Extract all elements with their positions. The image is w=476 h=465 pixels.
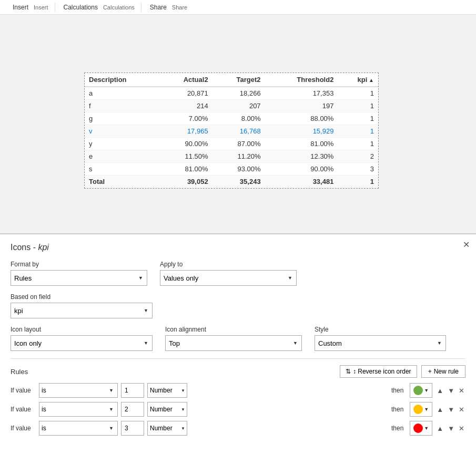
insert-label: Insert — [34, 4, 48, 11]
based-on-row: Based on field kpi — [11, 293, 465, 318]
type-select-0[interactable]: Number Percent Percentile — [147, 383, 187, 398]
based-on-group: Based on field kpi — [11, 293, 153, 318]
cell-actual2: 20,871 — [159, 87, 212, 100]
format-by-label: Format by — [11, 261, 147, 268]
toolbar-group-share: Share Share — [141, 3, 194, 12]
col-target2[interactable]: Target2 — [212, 73, 265, 87]
col-actual2[interactable]: Actual2 — [159, 73, 212, 87]
then-label-0: then — [190, 387, 407, 394]
col-kpi[interactable]: kpi — [338, 73, 378, 87]
style-group: Style Custom Traffic lights Arrows — [315, 326, 446, 351]
move-up-button-2[interactable]: ▲ — [436, 423, 444, 433]
if-label-1: If value — [11, 406, 36, 413]
cell-threshold2: 197 — [265, 100, 338, 112]
table-row: e11.50%11.20%12.30%2 — [85, 150, 378, 163]
rules-container: If value is is greater than is less than… — [11, 383, 465, 436]
rules-header: Rules ⇅ ↕ Reverse icon order + New rule — [11, 365, 465, 378]
condition-wrapper-0: is is greater than is less than — [39, 383, 118, 398]
based-on-label: Based on field — [11, 293, 153, 301]
color-dot-0 — [413, 386, 423, 395]
panel-title: Icons - kpi — [11, 243, 465, 252]
toolbar-group-insert: Insert Insert — [4, 3, 55, 12]
value-input-0[interactable] — [121, 383, 144, 398]
condition-select-2[interactable]: is is greater than is less than — [39, 421, 118, 436]
cell-target2: 93.00% — [212, 163, 265, 175]
share-button[interactable]: Share — [148, 3, 169, 12]
cell-threshold2: 81.00% — [265, 138, 338, 150]
rule-row-0: If value is is greater than is less than… — [11, 383, 465, 398]
color-dot-2 — [413, 423, 423, 433]
icon-layout-label: Icon layout — [11, 326, 153, 333]
icon-layout-select[interactable]: Icon only Data only Icon and data — [11, 335, 153, 351]
apply-to-select[interactable]: Values only Icons only Values and icons — [160, 270, 297, 286]
move-down-button-2[interactable]: ▼ — [447, 423, 455, 433]
col-threshold2[interactable]: Threshold2 — [265, 73, 338, 87]
cell-kpi: 1 — [338, 125, 378, 138]
divider — [11, 358, 465, 359]
calculations-label: Calculations — [103, 4, 135, 11]
format-by-group: Format by Rules Gradient — [11, 261, 147, 286]
delete-rule-button-2[interactable]: ✕ — [458, 423, 465, 433]
cell-target2: 16,768 — [212, 125, 265, 138]
delete-rule-button-1[interactable]: ✕ — [458, 405, 465, 415]
format-apply-row: Format by Rules Gradient Apply to Values… — [11, 261, 465, 286]
color-button-0[interactable]: ▼ — [410, 383, 432, 398]
move-down-button-0[interactable]: ▼ — [447, 386, 455, 396]
panel-title-italic: kpi — [38, 243, 48, 252]
move-up-button-0[interactable]: ▲ — [436, 386, 444, 396]
then-label-2: then — [190, 425, 407, 432]
reverse-icon-order-button[interactable]: ⇅ ↕ Reverse icon order — [340, 365, 417, 378]
total-row: Total39,05235,24333,4811 — [85, 175, 378, 188]
main-area: ▿ □ ⋯ Description Actual2 Target2 Thresh… — [0, 15, 476, 465]
condition-wrapper-2: is is greater than is less than — [39, 421, 118, 436]
style-label: Style — [315, 326, 446, 333]
type-select-1[interactable]: Number Percent Percentile — [147, 402, 187, 417]
new-rule-button[interactable]: + New rule — [421, 365, 465, 378]
share-label: Share — [172, 4, 187, 11]
panel-close-button[interactable]: ✕ — [463, 240, 470, 250]
color-button-2[interactable]: ▼ — [410, 421, 432, 436]
cell-description: a — [85, 87, 159, 100]
format-by-select-wrapper: Rules Gradient — [11, 270, 147, 286]
delete-rule-button-0[interactable]: ✕ — [458, 386, 465, 396]
value-input-2[interactable] — [121, 421, 144, 436]
col-description[interactable]: Description — [85, 73, 159, 87]
apply-to-select-wrapper: Values only Icons only Values and icons — [160, 270, 297, 286]
table-row: g7.00%8.00%88.00%1 — [85, 112, 378, 125]
cell-actual2: 214 — [159, 100, 212, 112]
move-up-button-1[interactable]: ▲ — [436, 405, 444, 415]
based-on-select[interactable]: kpi — [11, 303, 153, 318]
icon-alignment-select-wrapper: Top Left Right — [165, 335, 302, 351]
layout-style-row: Icon layout Icon only Data only Icon and… — [11, 326, 465, 351]
cell-threshold2: 12.30% — [265, 150, 338, 163]
insert-button[interactable]: Insert — [11, 3, 31, 12]
cell-threshold2: 88.00% — [265, 112, 338, 125]
icon-alignment-select[interactable]: Top Left Right — [165, 335, 302, 351]
condition-select-1[interactable]: is is greater than is less than — [39, 402, 118, 417]
format-by-select[interactable]: Rules Gradient — [11, 270, 147, 286]
value-input-1[interactable] — [121, 402, 144, 417]
table-row: v17,96516,76815,9291 — [85, 125, 378, 138]
color-button-1[interactable]: ▼ — [410, 402, 432, 417]
cell-actual2: 90.00% — [159, 138, 212, 150]
cell-kpi: 3 — [338, 163, 378, 175]
type-select-2[interactable]: Number Percent Percentile — [147, 421, 187, 436]
if-label-0: If value — [11, 387, 36, 394]
condition-select-0[interactable]: is is greater than is less than — [39, 383, 118, 398]
condition-wrapper-1: is is greater than is less than — [39, 402, 118, 417]
rule-actions-2: ▲ ▼ ✕ — [436, 423, 465, 433]
apply-to-group: Apply to Values only Icons only Values a… — [160, 261, 297, 286]
type-wrapper-0: Number Percent Percentile — [147, 383, 187, 398]
calculations-button[interactable]: Calculations — [62, 3, 100, 12]
cell-target2: 8.00% — [212, 112, 265, 125]
cell-actual2: 11.50% — [159, 150, 212, 163]
style-select[interactable]: Custom Traffic lights Arrows — [315, 335, 446, 351]
cell-description: s — [85, 163, 159, 175]
table-row: s81.00%93.00%90.00%3 — [85, 163, 378, 175]
cell-actual2: 81.00% — [159, 163, 212, 175]
toolbar: Insert Insert Calculations Calculations … — [0, 0, 476, 15]
move-down-button-1[interactable]: ▼ — [447, 405, 455, 415]
rule-actions-1: ▲ ▼ ✕ — [436, 405, 465, 415]
total-cell-actual2: 39,052 — [159, 175, 212, 188]
apply-to-label: Apply to — [160, 261, 297, 268]
